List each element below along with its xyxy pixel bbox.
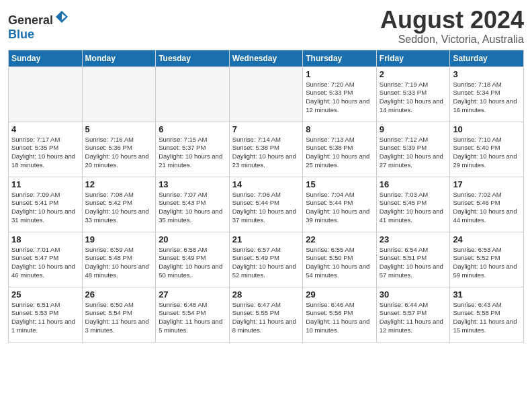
calendar-table: SundayMondayTuesdayWednesdayThursdayFrid… [8,50,524,342]
calendar-cell: 1Sunrise: 7:20 AMSunset: 5:33 PMDaylight… [303,66,377,122]
day-info: Sunrise: 7:03 AMSunset: 5:45 PMDaylight:… [380,191,447,225]
day-info: Sunrise: 6:51 AMSunset: 5:53 PMDaylight:… [11,301,79,335]
day-info: Sunrise: 7:09 AMSunset: 5:41 PMDaylight:… [11,191,79,225]
day-number: 26 [85,289,153,300]
day-info: Sunrise: 7:04 AMSunset: 5:44 PMDaylight:… [306,191,373,225]
day-number: 31 [453,289,521,300]
day-info: Sunrise: 7:02 AMSunset: 5:46 PMDaylight:… [453,191,521,225]
day-number: 14 [232,179,300,189]
calendar-cell: 10Sunrise: 7:10 AMSunset: 5:40 PMDayligh… [450,122,524,177]
day-number: 30 [380,289,447,300]
week-row-1: 1Sunrise: 7:20 AMSunset: 5:33 PMDaylight… [9,66,524,122]
day-info: Sunrise: 6:58 AMSunset: 5:49 PMDaylight:… [159,246,226,280]
day-number: 27 [159,289,226,300]
calendar-cell [156,66,230,122]
day-number: 23 [380,234,447,244]
header-thursday: Thursday [303,50,377,66]
day-info: Sunrise: 6:48 AMSunset: 5:54 PMDaylight:… [159,301,226,335]
calendar-cell: 19Sunrise: 6:59 AMSunset: 5:48 PMDayligh… [82,232,156,287]
day-info: Sunrise: 6:59 AMSunset: 5:48 PMDaylight:… [85,246,153,280]
day-number: 29 [306,289,373,300]
day-number: 1 [306,69,373,79]
week-row-5: 25Sunrise: 6:51 AMSunset: 5:53 PMDayligh… [9,287,524,342]
calendar-cell: 11Sunrise: 7:09 AMSunset: 5:41 PMDayligh… [9,177,83,232]
week-row-3: 11Sunrise: 7:09 AMSunset: 5:41 PMDayligh… [9,177,524,232]
day-number: 15 [306,179,373,189]
calendar-cell: 2Sunrise: 7:19 AMSunset: 5:33 PMDaylight… [376,66,450,122]
week-row-4: 18Sunrise: 7:01 AMSunset: 5:47 PMDayligh… [9,232,524,287]
day-info: Sunrise: 6:44 AMSunset: 5:57 PMDaylight:… [380,301,447,335]
calendar-cell: 26Sunrise: 6:50 AMSunset: 5:54 PMDayligh… [82,287,156,342]
day-info: Sunrise: 6:53 AMSunset: 5:52 PMDaylight:… [453,246,521,280]
calendar-cell: 13Sunrise: 7:07 AMSunset: 5:43 PMDayligh… [156,177,230,232]
calendar-header-row: SundayMondayTuesdayWednesdayThursdayFrid… [9,50,524,66]
calendar-cell: 28Sunrise: 6:47 AMSunset: 5:55 PMDayligh… [229,287,303,342]
week-row-2: 4Sunrise: 7:17 AMSunset: 5:35 PMDaylight… [9,122,524,177]
calendar-cell: 6Sunrise: 7:15 AMSunset: 5:37 PMDaylight… [156,122,230,177]
day-number: 10 [453,124,521,134]
day-info: Sunrise: 7:01 AMSunset: 5:47 PMDaylight:… [11,246,79,280]
day-number: 8 [306,124,373,134]
day-number: 6 [159,124,226,134]
calendar-cell: 17Sunrise: 7:02 AMSunset: 5:46 PMDayligh… [450,177,524,232]
day-number: 22 [306,234,373,244]
header-friday: Friday [376,50,450,66]
calendar-cell: 25Sunrise: 6:51 AMSunset: 5:53 PMDayligh… [9,287,83,342]
day-info: Sunrise: 7:15 AMSunset: 5:37 PMDaylight:… [159,136,226,170]
header-tuesday: Tuesday [156,50,230,66]
logo-general: General [8,13,53,27]
day-number: 2 [380,69,447,79]
calendar-cell: 27Sunrise: 6:48 AMSunset: 5:54 PMDayligh… [156,287,230,342]
day-info: Sunrise: 6:46 AMSunset: 5:56 PMDaylight:… [306,301,373,335]
title-block: August 2024 Seddon, Victoria, Australia [380,7,524,46]
day-number: 18 [11,234,79,244]
logo: General Blue [8,9,69,42]
day-info: Sunrise: 7:17 AMSunset: 5:35 PMDaylight:… [11,136,79,170]
day-info: Sunrise: 7:06 AMSunset: 5:44 PMDaylight:… [232,191,300,225]
calendar-cell: 16Sunrise: 7:03 AMSunset: 5:45 PMDayligh… [376,177,450,232]
day-info: Sunrise: 6:50 AMSunset: 5:54 PMDaylight:… [85,301,153,335]
day-info: Sunrise: 7:18 AMSunset: 5:34 PMDaylight:… [453,81,521,115]
calendar-cell: 14Sunrise: 7:06 AMSunset: 5:44 PMDayligh… [229,177,303,232]
calendar-cell: 24Sunrise: 6:53 AMSunset: 5:52 PMDayligh… [450,232,524,287]
day-number: 5 [85,124,153,134]
calendar-cell: 18Sunrise: 7:01 AMSunset: 5:47 PMDayligh… [9,232,83,287]
day-info: Sunrise: 7:16 AMSunset: 5:36 PMDaylight:… [85,136,153,170]
day-number: 3 [453,69,521,79]
day-number: 17 [453,179,521,189]
day-info: Sunrise: 6:43 AMSunset: 5:58 PMDaylight:… [453,301,521,335]
calendar-cell: 22Sunrise: 6:55 AMSunset: 5:50 PMDayligh… [303,232,377,287]
day-info: Sunrise: 7:08 AMSunset: 5:42 PMDaylight:… [85,191,153,225]
logo-icon [54,9,69,24]
day-number: 24 [453,234,521,244]
calendar-cell: 21Sunrise: 6:57 AMSunset: 5:49 PMDayligh… [229,232,303,287]
calendar-cell: 15Sunrise: 7:04 AMSunset: 5:44 PMDayligh… [303,177,377,232]
day-info: Sunrise: 6:54 AMSunset: 5:51 PMDaylight:… [380,246,447,280]
calendar-cell: 5Sunrise: 7:16 AMSunset: 5:36 PMDaylight… [82,122,156,177]
day-number: 25 [11,289,79,300]
day-info: Sunrise: 7:07 AMSunset: 5:43 PMDaylight:… [159,191,226,225]
day-info: Sunrise: 7:19 AMSunset: 5:33 PMDaylight:… [380,81,447,115]
calendar-cell: 31Sunrise: 6:43 AMSunset: 5:58 PMDayligh… [450,287,524,342]
month-year: August 2024 [380,7,524,34]
day-number: 12 [85,179,153,189]
logo-blue: Blue [8,28,34,41]
day-number: 9 [380,124,447,134]
day-info: Sunrise: 7:20 AMSunset: 5:33 PMDaylight:… [306,81,373,115]
day-number: 16 [380,179,447,189]
day-info: Sunrise: 7:10 AMSunset: 5:40 PMDaylight:… [453,136,521,170]
calendar-cell: 29Sunrise: 6:46 AMSunset: 5:56 PMDayligh… [303,287,377,342]
day-number: 28 [232,289,300,300]
day-info: Sunrise: 6:47 AMSunset: 5:55 PMDaylight:… [232,301,300,335]
day-number: 20 [159,234,226,244]
day-number: 13 [159,179,226,189]
location: Seddon, Victoria, Australia [380,34,524,46]
calendar-cell: 20Sunrise: 6:58 AMSunset: 5:49 PMDayligh… [156,232,230,287]
calendar-cell [229,66,303,122]
day-info: Sunrise: 6:55 AMSunset: 5:50 PMDaylight:… [306,246,373,280]
header-monday: Monday [82,50,156,66]
day-number: 11 [11,179,79,189]
calendar-cell [9,66,83,122]
header: General Blue August 2024 Seddon, Victori… [8,7,524,46]
day-number: 7 [232,124,300,134]
